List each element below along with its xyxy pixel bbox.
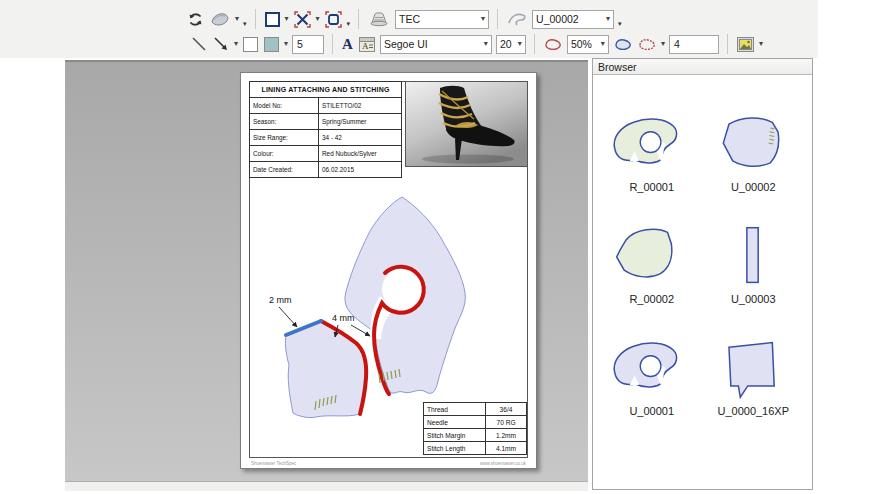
spec-value: 1.2mm [486, 429, 527, 442]
svg-text:A: A [362, 41, 369, 51]
spec-value: 36/4 [486, 403, 527, 416]
piece-thumbnail-tag [708, 335, 798, 401]
chevron-down-icon: ▾ [479, 40, 488, 48]
separator [534, 34, 535, 54]
separator [332, 34, 333, 54]
separator [255, 9, 256, 29]
shoe-photo [405, 81, 528, 167]
line-tool-icon[interactable] [190, 34, 208, 54]
spec-label: Thread [424, 403, 486, 416]
fill-color-swatch[interactable] [263, 34, 280, 54]
chevron-down-icon[interactable]: ▾ [284, 40, 288, 48]
chevron-down-icon: ▾ [596, 40, 605, 48]
spec-label: Stitch Margin [424, 429, 486, 442]
chevron-down-icon[interactable]: ▾ [285, 15, 289, 23]
sole-grade-icon[interactable] [637, 34, 657, 54]
chevron-down-icon: ▾ [476, 15, 485, 23]
app-window: { "toolbar": { "tec_combo": "TEC", "piec… [0, 0, 875, 494]
title-block-table: LINING ATTACHING AND STITCHING Model No:… [249, 81, 402, 178]
piece-label: U_0000_16XP [717, 405, 789, 417]
page-footer-right: www.shoemaster.co.uk [480, 461, 526, 466]
piece-thumbnail-hook [607, 111, 697, 177]
arrow-tool-icon[interactable] [212, 34, 230, 54]
sheet-title: LINING ATTACHING AND STITCHING [250, 82, 402, 98]
letter-a-glyph: A [342, 36, 353, 53]
chevron-down-icon[interactable]: ▾ [661, 40, 665, 48]
line-width-value: 5 [297, 38, 303, 50]
chevron-down-icon: ▾ [601, 15, 610, 23]
info-label: Date Created: [250, 162, 319, 178]
browser-grid: R_00001 U_00002 R_00002 U_00003 [593, 75, 812, 417]
chevron-down-icon[interactable]: ▾ [234, 40, 238, 48]
chevron-down-icon[interactable]: ▾ [316, 15, 320, 23]
piece-label: U_00003 [731, 293, 776, 305]
line-width-input[interactable]: 5 [292, 35, 324, 54]
scale-combobox[interactable]: 50% ▾ [567, 35, 609, 54]
browser-item-u00002[interactable]: U_00002 [703, 111, 805, 193]
spec-label: Needle [424, 416, 486, 429]
browser-panel: Browser R_00001 U_00002 [592, 58, 813, 490]
tech-sheet-page: 2 mm 4 mm LINING ATTACHING AND STITCHING… [240, 72, 537, 469]
info-value: Red Nubuck/Sylver [319, 146, 402, 162]
info-value: STILETTO/02 [319, 98, 402, 114]
browser-item-u00003[interactable]: U_00003 [703, 223, 805, 305]
browser-item-r00001[interactable]: R_00001 [601, 111, 703, 193]
cross-frame-tool-icon[interactable] [293, 9, 312, 29]
separator [358, 9, 359, 29]
piece-thumbnail-hook [607, 335, 697, 401]
browser-panel-header[interactable]: Browser [593, 59, 812, 75]
browser-item-u0000-16xp[interactable]: U_0000_16XP [703, 335, 805, 417]
machine-icon[interactable] [367, 9, 391, 29]
drawing-canvas-area[interactable]: 2 mm 4 mm LINING ATTACHING AND STITCHING… [65, 60, 588, 482]
font-size-value: 20 [500, 38, 512, 50]
mini-dropdown-icon[interactable]: ▾ [243, 20, 247, 28]
info-value: Spring/Summer [319, 114, 402, 130]
piece-thumbnail-quad [708, 111, 798, 177]
main-toolbar: ▾ ▾ ▾ ▾ ▾ T [0, 0, 818, 58]
font-combobox[interactable]: Segoe UI ▾ [380, 35, 492, 54]
chevron-down-icon[interactable]: ▾ [759, 40, 763, 48]
refresh-icon[interactable] [186, 9, 205, 29]
sole-scale-icon[interactable] [543, 34, 563, 54]
page-footer-left: Shoemaster TechSpec [251, 461, 296, 466]
tec-combobox[interactable]: TEC ▾ [395, 10, 489, 29]
chevron-down-icon[interactable]: ▾ [235, 15, 239, 23]
toolbar-row-1: ▾ ▾ ▾ ▾ ▾ T [186, 8, 622, 30]
horizontal-scrollbar[interactable] [65, 481, 588, 491]
spec-value: 70 RG [486, 416, 527, 429]
browser-item-u00001[interactable]: U_00001 [601, 335, 703, 417]
piece-combobox-value: U_00002 [536, 13, 579, 25]
toolbar-row-2: ▾ ▾ 5 A A Segoe UI ▾ 20 ▾ [190, 33, 763, 55]
info-label: Size Range: [250, 130, 319, 146]
info-label: Season: [250, 114, 319, 130]
bound-frame-tool-icon[interactable] [324, 9, 343, 29]
stitch-spec-table: Thread 36/4 Needle 70 RG Stitch Margin 1… [423, 402, 527, 455]
info-label: Colour: [250, 146, 319, 162]
mini-dropdown-icon[interactable]: ▾ [618, 20, 622, 28]
info-label: Model No: [250, 98, 319, 114]
image-tool-icon[interactable] [736, 34, 755, 54]
text-tool-icon[interactable]: A [341, 34, 354, 54]
font-size-combobox[interactable]: 20 ▾ [496, 35, 526, 54]
sole-mirror-icon[interactable] [613, 34, 633, 54]
piece-thumbnail-blob [607, 223, 697, 289]
grade-value: 4 [674, 38, 680, 50]
fill-none-swatch[interactable] [242, 34, 259, 54]
last-shell-icon[interactable] [209, 9, 231, 29]
spec-value: 4.1mm [486, 442, 527, 455]
chevron-down-icon: ▾ [513, 40, 522, 48]
piece-curve-icon[interactable] [506, 9, 528, 29]
info-value: 34 - 42 [319, 130, 402, 146]
tec-combobox-value: TEC [399, 13, 420, 25]
frame-tool-icon[interactable] [264, 9, 281, 29]
info-value: 06.02.2015 [319, 162, 402, 178]
grade-input[interactable]: 4 [669, 35, 719, 54]
piece-combobox[interactable]: U_00002 ▾ [532, 10, 614, 29]
browser-panel-title: Browser [598, 61, 637, 73]
browser-item-r00002[interactable]: R_00002 [601, 223, 703, 305]
separator [727, 34, 728, 54]
separator [497, 9, 498, 29]
spec-label: Stitch Length [424, 442, 486, 455]
text-style-icon[interactable]: A [358, 34, 376, 54]
mini-dropdown-icon[interactable]: ▾ [347, 20, 351, 28]
